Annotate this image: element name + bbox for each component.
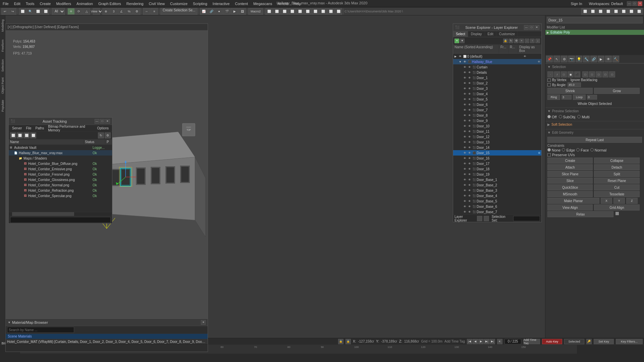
preview-selection-title[interactable]: ▼ Preview Selection <box>547 109 642 113</box>
slice-btn[interactable]: Slice <box>547 178 593 184</box>
asset-maximize-btn[interactable]: □ <box>100 119 105 124</box>
tree-item[interactable]: 👁👁⬛Door_3 <box>453 86 541 91</box>
selection-tab[interactable]: Selection <box>0 56 5 76</box>
asset-btn3[interactable]: ⬜ <box>23 132 30 138</box>
asset-col-name[interactable]: Name <box>9 139 84 144</box>
tb10-btn[interactable]: ⬜ <box>335 8 342 15</box>
tb8-btn[interactable]: ⬜ <box>319 8 327 15</box>
grid-align-btn[interactable]: Grid Align <box>594 204 639 210</box>
asset-col-p[interactable]: P <box>105 139 112 144</box>
tree-vis-icon[interactable]: 👁 <box>463 210 467 214</box>
tree-vis-icon[interactable]: 👁 <box>463 130 467 133</box>
tree-vis-icon[interactable]: 👁 <box>463 178 467 181</box>
reset-plane-btn[interactable]: Reset Plane <box>594 178 639 184</box>
scene-explorer-maximize-btn[interactable]: □ <box>529 25 534 30</box>
tree-vis-icon2[interactable]: 👁 <box>467 109 472 112</box>
tree-item[interactable]: 👁👁⬛Door_Base_7 <box>453 209 541 215</box>
render-setup-btn[interactable]: 🎬 <box>223 8 230 15</box>
explorer-up-icon[interactable]: ↑ <box>530 39 535 43</box>
repeat-last-btn[interactable]: Repeat Last <box>547 137 642 143</box>
col-name[interactable]: Name (Sorted Ascending) <box>453 45 499 53</box>
redo-btn[interactable]: ↪ <box>9 8 16 15</box>
prev-frame-btn[interactable]: ◀ <box>473 339 478 344</box>
tree-vis-icon2[interactable]: 👁 <box>467 66 472 69</box>
explorer-down-icon[interactable]: ↓ <box>535 39 540 43</box>
menu-graph-editors[interactable]: Graph Editors <box>96 1 124 6</box>
edge-icon[interactable]: / <box>554 71 560 77</box>
tree-item[interactable]: 👁👁⬛Door_Base_3 <box>453 188 541 193</box>
loop-btn[interactable]: Loop <box>573 95 586 100</box>
add-time-tag-btn[interactable]: Add Time Tag <box>523 339 540 344</box>
tree-item[interactable]: 👁👁⬛Door_16 <box>453 156 541 161</box>
hallway-vis-icon[interactable]: 👁 <box>463 59 467 64</box>
explorer-lock-icon[interactable]: 🔒 <box>503 39 508 43</box>
polygon-icon[interactable]: ◼ <box>568 71 574 77</box>
tree-vis-icon[interactable]: 👁 <box>463 184 467 187</box>
menu-animation[interactable]: Animation <box>74 1 96 6</box>
display-icon[interactable]: 👁 <box>605 56 612 62</box>
tree-vis-icon[interactable]: 👁 <box>463 125 467 128</box>
minimize-btn[interactable]: — <box>627 1 632 6</box>
align-btn[interactable]: ≡ <box>151 8 158 15</box>
element-icon[interactable]: ⬛ <box>574 71 580 77</box>
lights-icon[interactable]: 💡 <box>576 56 582 62</box>
explorer-tab-customize[interactable]: Customize <box>496 31 518 37</box>
by-angle-input[interactable] <box>568 82 581 87</box>
none-radio[interactable] <box>547 148 551 152</box>
tree-item[interactable]: 👁👁⬛Door_Base_5 <box>453 198 541 204</box>
tree-vis-icon2[interactable]: 👁 <box>467 210 472 214</box>
undo-btn[interactable]: ↩ <box>1 8 9 15</box>
explorer-filter-icon[interactable]: ▼ <box>460 39 465 43</box>
tree-vis-icon2[interactable]: 👁 <box>467 194 472 197</box>
detach-btn[interactable]: Detach <box>594 164 639 170</box>
tree-item[interactable]: 👁👁⬛Door_10 <box>453 123 541 129</box>
tb3-btn[interactable]: ⬜ <box>281 8 288 15</box>
sel-icon5[interactable]: □ <box>609 71 615 77</box>
explorer-tab-select[interactable]: Select <box>453 31 468 37</box>
tree-vis-icon2[interactable]: 👁 <box>467 205 472 208</box>
selection-set-input[interactable] <box>513 216 540 221</box>
scene-explorer-minimize-btn[interactable]: — <box>524 25 529 30</box>
multi-radio-btn[interactable] <box>577 115 581 118</box>
tree-vis-icon2[interactable]: 👁 <box>467 93 472 96</box>
split-btn[interactable]: Split <box>594 171 639 177</box>
tree-item[interactable]: 👁👁⬛Door_4 <box>453 91 541 97</box>
asset-row-vault[interactable]: 🏛 Autodesk Vault Logge... <box>9 145 112 150</box>
relax-checkbox[interactable] <box>615 212 619 215</box>
asset-minimize-btn[interactable]: — <box>95 119 99 124</box>
menu-interactive[interactable]: Interactive <box>210 1 232 6</box>
menu-megascans[interactable]: Megascans <box>251 1 275 6</box>
view-align-btn[interactable]: View Align <box>547 204 593 210</box>
curve-editor-btn[interactable]: 📈 <box>200 8 207 15</box>
tree-vis-icon[interactable]: 👁 <box>463 119 467 122</box>
tree-vis-icon[interactable]: 👁 <box>463 93 467 96</box>
snap-toggle-btn[interactable]: 3 <box>110 8 117 15</box>
go-start-btn[interactable]: |◀ <box>467 339 472 344</box>
asset-row-emissive[interactable]: 🖼 Hotel_Corridor_Emissive.png Ok <box>9 166 112 172</box>
select-scale-btn[interactable]: △ <box>83 8 90 15</box>
tree-vis-icon2[interactable]: 👁 <box>467 189 472 192</box>
camera-icon[interactable]: 📷 <box>568 56 575 62</box>
tree-vis-icon2[interactable]: 👁 <box>467 98 472 101</box>
tree-vis-icon[interactable]: 👁 <box>463 146 467 149</box>
col-display-as-box[interactable]: Display as Box <box>518 45 541 53</box>
asset-row-maxfile[interactable]: 📄 Hallway_Blue_max_vray.max Ok <box>9 150 112 156</box>
asset-btn4[interactable]: ⬜ <box>30 132 36 138</box>
tree-item[interactable]: 👁👁⬛Door_14 <box>453 145 541 150</box>
material-editor-btn[interactable]: ● <box>215 8 223 15</box>
mat-search-input[interactable] <box>7 327 74 333</box>
object-paint-tab[interactable]: Object Paint <box>0 76 5 96</box>
cut-btn[interactable]: Cut <box>594 184 639 190</box>
tree-vis-icon2[interactable]: 👁 <box>467 162 472 165</box>
nav-btn2[interactable]: ⬜ <box>589 8 596 15</box>
asset-close-btn[interactable]: ✕ <box>105 119 110 124</box>
sel-icon3[interactable]: □ <box>596 71 602 77</box>
tree-item[interactable]: 👁👁⬛Door_17 <box>453 161 541 166</box>
asset-menu-paths[interactable]: Paths <box>34 126 46 130</box>
asset-row-normal[interactable]: 🖼 Hotel_Corridor_Normal.png Ok <box>9 182 112 188</box>
tree-vis-icon[interactable]: 👁 <box>463 98 467 101</box>
tree-vis-icon2[interactable]: 👁 <box>467 168 472 171</box>
nav-btn3[interactable]: ⬜ <box>597 8 604 15</box>
tree-vis-icon[interactable]: 👁 <box>463 152 467 155</box>
tree-vis-icon2[interactable]: 👁 <box>467 76 472 79</box>
